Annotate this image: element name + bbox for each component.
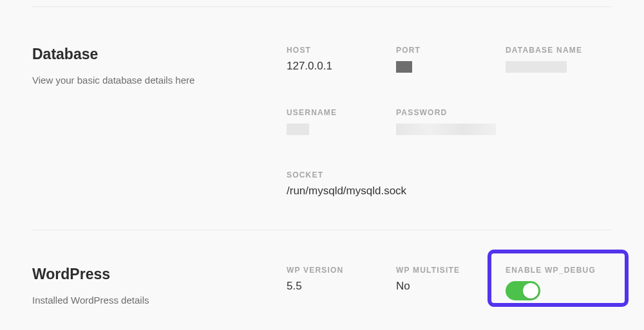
wp-multisite-value: No [396,280,506,293]
database-name-label: DATABASE NAME [506,46,615,55]
wordpress-title: WordPress [32,266,287,283]
host-field: HOST 127.0.0.1 [287,46,396,73]
username-value [287,122,396,135]
username-field: USERNAME [287,108,396,135]
socket-value: /run/mysqld/mysqld.sock [287,185,615,197]
port-label: PORT [396,46,506,55]
socket-label: SOCKET [287,170,615,179]
database-name-value [506,60,615,73]
database-title: Database [32,46,287,63]
wordpress-section: WordPress Installed WordPress details WP… [32,230,612,330]
wp-multisite-field: WP MULTISITE No [396,266,506,306]
socket-field: SOCKET /run/mysqld/mysqld.sock [287,170,615,197]
host-label: HOST [287,46,396,55]
host-value: 127.0.0.1 [287,60,396,73]
database-section: Database View your basic database detail… [32,7,612,230]
username-label: USERNAME [287,108,396,117]
database-name-field: DATABASE NAME [506,46,615,73]
port-value [396,60,506,73]
wp-version-label: WP VERSION [287,266,396,275]
wp-version-field: WP VERSION 5.5 [287,266,396,306]
port-field: PORT [396,46,506,73]
enable-wp-debug-field: ENABLE WP_DEBUG [506,266,615,306]
database-subtitle: View your basic database details here [32,75,287,86]
enable-wp-debug-label: ENABLE WP_DEBUG [506,266,615,275]
spacer-field [506,108,615,135]
toggle-knob [523,283,538,298]
password-label: PASSWORD [396,108,506,117]
wp-multisite-label: WP MULTISITE [396,266,506,275]
wordpress-subtitle: Installed WordPress details [32,295,287,306]
password-value [396,122,506,135]
wp-debug-toggle[interactable] [506,281,540,300]
wp-version-value: 5.5 [287,280,396,293]
password-field: PASSWORD [396,108,506,135]
